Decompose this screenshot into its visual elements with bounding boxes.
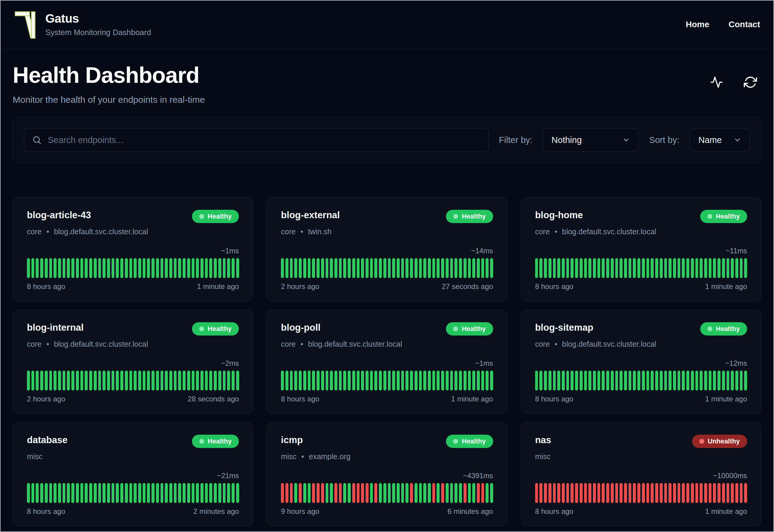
refresh-icon[interactable] — [744, 76, 757, 89]
uptime-bar — [294, 483, 297, 503]
uptime-bar — [205, 483, 208, 503]
uptime-bar — [196, 371, 199, 391]
uptime-bar — [321, 371, 324, 391]
status-badge: Healthy — [700, 322, 747, 336]
endpoint-card[interactable]: blog-internalHealthycore•blog.default.sv… — [13, 310, 253, 414]
uptime-bar — [326, 483, 329, 503]
uptime-bar — [31, 483, 34, 503]
sort-select[interactable]: Name — [690, 128, 750, 152]
uptime-bar — [731, 258, 734, 278]
uptime-bar — [169, 483, 172, 503]
uptime-bar — [116, 371, 119, 391]
uptime-bar — [722, 483, 725, 503]
uptime-bar — [651, 258, 654, 278]
endpoint-meta: core•blog.default.svc.cluster.local — [535, 340, 747, 349]
search-input[interactable] — [48, 135, 480, 145]
nav-link-home[interactable]: Home — [686, 20, 709, 29]
endpoint-name: database — [27, 435, 67, 446]
uptime-bar — [107, 371, 110, 391]
uptime-bar — [178, 371, 181, 391]
endpoint-card-header: blog-sitemapHealthy — [535, 322, 747, 336]
uptime-history — [281, 371, 493, 391]
filter-select[interactable]: Nothing — [543, 128, 639, 152]
uptime-bar — [200, 258, 203, 278]
uptime-bar — [562, 483, 565, 503]
search-icon — [32, 135, 42, 145]
uptime-bar — [89, 258, 92, 278]
endpoint-card[interactable]: blog-pollHealthycore•blog.default.svc.cl… — [267, 310, 507, 414]
oldest-timestamp: 8 hours ago — [281, 395, 319, 403]
uptime-bar — [490, 483, 493, 503]
uptime-bar — [468, 258, 471, 278]
status-badge: Healthy — [700, 210, 747, 223]
endpoint-card[interactable]: blog-sitemapHealthycore•blog.default.svc… — [521, 310, 761, 414]
uptime-bar — [85, 258, 88, 278]
uptime-bar — [463, 371, 467, 391]
uptime-bar — [571, 371, 574, 391]
uptime-bar — [651, 371, 654, 391]
uptime-bar — [330, 258, 333, 278]
meta-separator: • — [301, 340, 303, 349]
page-subtitle: Monitor the health of your endpoints in … — [13, 95, 205, 105]
uptime-bar — [352, 258, 355, 278]
uptime-bar — [691, 371, 694, 391]
app-subtitle: System Monitoring Dashboard — [45, 28, 151, 37]
uptime-bar — [660, 371, 663, 391]
endpoint-card-header: nasUnhealthy — [535, 435, 747, 448]
uptime-bar — [575, 258, 578, 278]
uptime-bar — [125, 371, 128, 391]
uptime-bar — [655, 371, 658, 391]
uptime-bar — [98, 258, 101, 278]
uptime-bar — [89, 483, 92, 503]
uptime-bar — [584, 483, 587, 503]
uptime-bar — [317, 483, 320, 503]
uptime-bar — [54, 483, 57, 503]
endpoint-card-footer: 9 hours ago6 minutes ago — [281, 507, 493, 516]
newest-timestamp: 6 minutes ago — [447, 507, 493, 516]
uptime-bar — [584, 371, 587, 391]
uptime-bar — [379, 258, 382, 278]
uptime-bar — [717, 258, 720, 278]
uptime-bar — [290, 483, 293, 503]
activity-icon[interactable] — [710, 76, 723, 89]
head-actions — [710, 76, 757, 89]
uptime-bar — [709, 371, 712, 391]
endpoint-card[interactable]: databaseHealthymisc~21ms8 hours ago2 min… — [13, 422, 253, 526]
uptime-bar — [285, 258, 288, 278]
nav-link-contact[interactable]: Contact — [729, 20, 760, 29]
uptime-bar — [156, 371, 159, 391]
uptime-bar — [660, 483, 663, 503]
newest-timestamp: 1 minute ago — [197, 282, 239, 291]
uptime-bar — [744, 483, 747, 503]
uptime-bar — [606, 371, 609, 391]
uptime-bar — [67, 258, 70, 278]
uptime-bar — [102, 483, 106, 503]
endpoint-card[interactable]: blog-homeHealthycore•blog.default.svc.cl… — [521, 197, 761, 301]
uptime-bar — [134, 258, 137, 278]
uptime-bar — [642, 258, 645, 278]
uptime-bar — [232, 258, 235, 278]
uptime-history — [535, 258, 747, 278]
endpoint-name: blog-poll — [281, 322, 320, 333]
endpoint-card[interactable]: blog-article-43Healthycore•blog.default.… — [13, 197, 253, 301]
status-badge: Healthy — [192, 322, 239, 336]
uptime-bar — [472, 258, 475, 278]
endpoint-name: blog-external — [281, 210, 340, 221]
uptime-bar — [544, 483, 547, 503]
uptime-bar — [432, 483, 435, 503]
uptime-bar — [134, 483, 137, 503]
uptime-bar — [695, 483, 698, 503]
uptime-history — [27, 371, 239, 391]
uptime-bar — [63, 483, 66, 503]
status-label: Healthy — [716, 212, 740, 220]
uptime-bar — [401, 483, 404, 503]
filter-by-label: Filter by: — [499, 135, 532, 145]
latency-label: ~2ms — [27, 359, 239, 368]
endpoint-card[interactable]: blog-externalHealthycore•twin.sh~14ms2 h… — [267, 197, 507, 301]
uptime-bar — [668, 258, 672, 278]
uptime-bar — [281, 371, 284, 391]
endpoint-card[interactable]: nasUnhealthymisc~10000ms8 hours ago1 min… — [521, 422, 761, 526]
endpoint-card[interactable]: icmpHealthymisc•example.org~4391ms9 hour… — [267, 422, 507, 526]
uptime-bar — [54, 371, 57, 391]
uptime-bar — [370, 483, 373, 503]
